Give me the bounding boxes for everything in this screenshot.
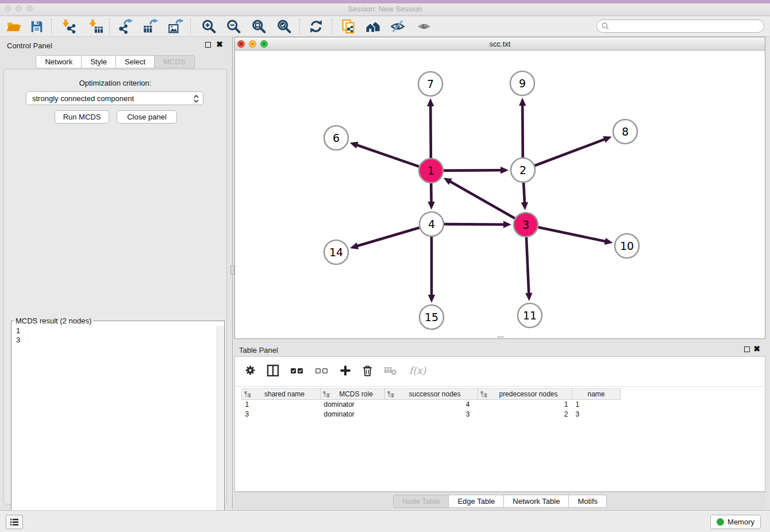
delete-column-icon[interactable] — [361, 364, 374, 379]
table-cell[interactable]: dominator — [321, 400, 385, 410]
graph-edge-2-9[interactable] — [522, 104, 523, 157]
graph-node-label-6: 6 — [333, 132, 340, 144]
graph-node-label-7: 7 — [427, 78, 434, 90]
show-all-icon[interactable] — [416, 18, 432, 34]
table-cell[interactable]: dominator — [321, 410, 385, 419]
control-panel-title: Control Panel — [7, 41, 52, 50]
column-header-predecessor-nodes[interactable]: predecessor nodes — [478, 389, 572, 400]
chevron-updown-icon — [193, 94, 199, 106]
graph-edge-3-1[interactable] — [449, 181, 515, 218]
result-scrollbar[interactable] — [217, 326, 224, 531]
import-network-icon[interactable] — [60, 18, 76, 34]
splitter-grip[interactable] — [230, 265, 234, 275]
tab-select[interactable]: Select — [116, 55, 155, 68]
deselect-all-icon[interactable] — [314, 365, 329, 379]
float-panel-icon[interactable] — [205, 42, 211, 48]
column-header-shared-name[interactable]: shared name — [242, 389, 321, 400]
add-column-icon[interactable] — [339, 364, 352, 379]
zoom-fit-icon[interactable] — [251, 18, 267, 34]
graph-edge-2-8[interactable] — [535, 139, 606, 166]
panel-splitter[interactable] — [230, 37, 234, 509]
tree-icon — [244, 391, 251, 398]
canvas-resize-grip[interactable] — [497, 336, 504, 338]
column-header-MCDS-role[interactable]: MCDS role — [321, 389, 385, 400]
task-history-button[interactable] — [6, 515, 23, 529]
graph-edge-2-3[interactable] — [523, 183, 525, 204]
network-graph[interactable]: 7968124314101511 — [235, 51, 765, 338]
graph-node-label-2: 2 — [519, 164, 526, 176]
memory-button[interactable]: Memory — [710, 515, 761, 529]
table-toolbar: f(x) — [235, 357, 765, 387]
delete-table-icon — [383, 365, 398, 379]
graph-node-label-8: 8 — [622, 125, 629, 138]
graph-edge-1-7[interactable] — [430, 105, 431, 158]
table-cell[interactable]: 3 — [242, 410, 321, 419]
mcds-result-list: 13 — [11, 325, 25, 346]
tab-mcds[interactable]: MCDS — [155, 55, 194, 68]
node-table: shared nameMCDS rolesuccessor nodesprede… — [241, 388, 621, 419]
column-label: name — [575, 390, 618, 398]
window-title: Session: New Session — [0, 5, 770, 13]
save-session-icon[interactable] — [29, 18, 45, 34]
clone-network-icon[interactable] — [340, 18, 356, 34]
graph-edge-1-6[interactable] — [356, 145, 419, 167]
run-mcds-button[interactable]: Run MCDS — [55, 110, 109, 124]
tab-network-table[interactable]: Network Table — [504, 495, 569, 508]
criterion-dropdown[interactable]: strongly connected component — [26, 91, 203, 105]
graph-edge-1-2[interactable] — [444, 170, 502, 171]
zoom-in-icon[interactable] — [201, 18, 217, 34]
table-panel-footer: Node TableEdge TableNetwork TableMotifs — [234, 492, 765, 510]
table-cell[interactable]: 1 — [478, 400, 572, 410]
zoom-selected-icon[interactable] — [276, 18, 292, 34]
graph-edge-arrowhead — [503, 221, 511, 228]
toolbar-separator — [51, 18, 52, 34]
import-table-icon[interactable] — [87, 18, 103, 34]
column-header-successor-nodes[interactable]: successor nodes — [385, 389, 478, 400]
column-header-name[interactable]: name — [572, 389, 621, 400]
close-table-panel-icon[interactable]: ✖ — [753, 344, 760, 353]
tab-node-table[interactable]: Node Table — [393, 495, 449, 508]
export-image-icon[interactable] — [168, 18, 184, 34]
tab-style[interactable]: Style — [82, 55, 116, 68]
function-builder-icon: f(x) — [408, 364, 428, 380]
table-cell[interactable]: 3 — [385, 410, 478, 419]
search-field — [596, 20, 764, 33]
graph-edge-4-14[interactable] — [356, 228, 419, 246]
graph-edge-arrowhead — [427, 98, 434, 106]
table-cell[interactable]: 3 — [572, 410, 621, 419]
graph-edge-3-11[interactable] — [526, 237, 529, 295]
refresh-icon[interactable] — [308, 18, 324, 34]
graph-edge-arrowhead — [605, 238, 613, 245]
close-panel-button[interactable]: Close panel — [117, 110, 177, 124]
hide-selected-icon[interactable] — [390, 18, 406, 34]
table-cell[interactable]: 1 — [572, 400, 621, 410]
select-all-icon[interactable] — [290, 365, 305, 379]
table-panel: Table Panel ✖ — [234, 342, 765, 510]
export-table-icon[interactable] — [143, 18, 159, 34]
tab-edge-table[interactable]: Edge Table — [449, 495, 504, 508]
column-split-icon[interactable] — [266, 364, 280, 380]
graph-node-label-3: 3 — [522, 218, 529, 231]
graph-edge-arrowhead — [519, 98, 526, 106]
table-cell[interactable]: 1 — [242, 400, 321, 410]
graph-edge-4-3[interactable] — [444, 224, 505, 225]
first-neighbors-icon[interactable] — [365, 18, 381, 34]
table-header-row: shared nameMCDS rolesuccessor nodesprede… — [242, 389, 621, 400]
tree-icon — [387, 391, 394, 398]
tab-network[interactable]: Network — [36, 55, 82, 68]
float-table-panel-icon[interactable] — [744, 346, 750, 352]
graph-edge-3-10[interactable] — [538, 228, 607, 242]
gear-icon[interactable] — [244, 364, 256, 379]
open-session-icon[interactable] — [6, 18, 22, 34]
close-panel-icon[interactable]: ✖ — [216, 40, 223, 49]
criterion-value: strongly connected component — [32, 94, 134, 103]
column-label: MCDS role — [330, 390, 382, 398]
zoom-out-icon[interactable] — [225, 18, 241, 34]
table-cell[interactable]: 2 — [478, 410, 572, 419]
graph-edge-arrowhead — [350, 242, 359, 249]
table-cell[interactable]: 4 — [385, 400, 478, 410]
search-input[interactable] — [610, 21, 764, 32]
export-network-icon[interactable] — [118, 18, 134, 34]
memory-label: Memory — [727, 518, 754, 526]
tab-motifs[interactable]: Motifs — [569, 495, 607, 508]
